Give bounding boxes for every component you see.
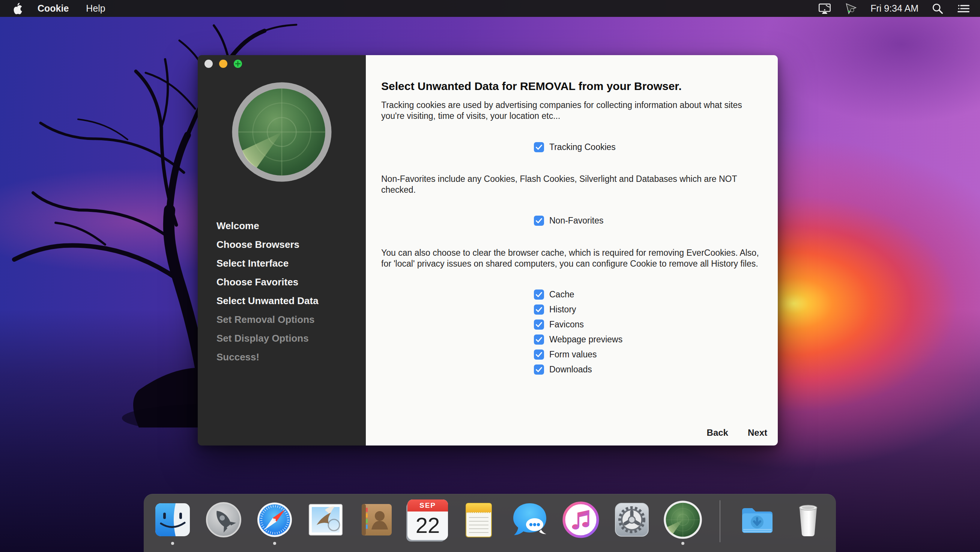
- checkbox-label: History: [549, 305, 576, 315]
- dock-item-safari[interactable]: [255, 500, 295, 545]
- check-icon: [535, 306, 543, 314]
- step-set-display-options[interactable]: Set Display Options: [216, 329, 318, 347]
- non-favorites-row: Non-Favorites: [534, 213, 603, 228]
- step-set-removal-options[interactable]: Set Removal Options: [216, 310, 318, 329]
- downloads-folder-icon: [737, 500, 777, 540]
- messages-icon: [509, 500, 550, 540]
- dock-item-contacts[interactable]: [356, 500, 397, 545]
- calendar-icon: SEP 22: [407, 500, 448, 540]
- wizard-footer: Back Next: [707, 428, 767, 438]
- step-choose-favorites[interactable]: Choose Favorites: [216, 273, 318, 291]
- close-button[interactable]: [204, 60, 213, 68]
- app-menu-title[interactable]: Cookie: [38, 3, 68, 14]
- checkbox-label: Form values: [549, 349, 597, 360]
- dock-item-finder[interactable]: [152, 500, 193, 545]
- calendar-month: SEP: [407, 500, 448, 511]
- spotlight-search-icon[interactable]: [931, 2, 944, 15]
- next-button[interactable]: Next: [748, 428, 767, 438]
- check-icon: [535, 217, 543, 225]
- system-preferences-icon: [612, 500, 652, 540]
- dock-item-itunes[interactable]: [560, 500, 601, 545]
- cookie-wizard-window: Welcome Choose Browsers Select Interface…: [198, 55, 778, 446]
- dock-item-downloads[interactable]: [737, 500, 777, 545]
- tracking-cookies-row: Tracking Cookies: [534, 140, 616, 154]
- checkbox-label: Favicons: [549, 319, 584, 330]
- display-status-icon[interactable]: [818, 2, 831, 15]
- step-welcome[interactable]: Welcome: [216, 216, 318, 235]
- checkbox-label: Non-Favorites: [549, 216, 603, 226]
- history-row: History: [534, 302, 576, 317]
- non-favorites-checkbox[interactable]: [534, 216, 544, 226]
- cache-checkbox[interactable]: [534, 290, 544, 300]
- back-button[interactable]: Back: [707, 428, 728, 438]
- downloads-row: Downloads: [534, 362, 592, 377]
- tracking-cookies-checkbox[interactable]: [534, 142, 544, 152]
- webpage-previews-row: Webpage previews: [534, 332, 622, 347]
- form-values-row: Form values: [534, 347, 597, 362]
- dock-item-launchpad[interactable]: [204, 500, 244, 545]
- launchpad-icon: [204, 500, 244, 540]
- menu-help[interactable]: Help: [86, 3, 105, 14]
- step-choose-browsers[interactable]: Choose Browsers: [216, 235, 318, 254]
- downloads-checkbox[interactable]: [534, 365, 544, 374]
- webpage-previews-checkbox[interactable]: [534, 335, 544, 345]
- page-title: Select Unwanted Data for REMOVAL from yo…: [381, 80, 682, 93]
- mail-icon: [305, 500, 346, 540]
- dock-item-notes[interactable]: [458, 500, 499, 545]
- check-icon: [535, 366, 543, 373]
- menu-clock[interactable]: Fri 9:34 AM: [870, 3, 918, 14]
- cache-description: You can also choose to clear the browser…: [381, 247, 764, 269]
- history-checkbox[interactable]: [534, 305, 544, 315]
- notification-center-icon[interactable]: [957, 2, 970, 15]
- wizard-sidebar: Welcome Choose Browsers Select Interface…: [198, 55, 366, 446]
- dock-separator: [720, 500, 721, 542]
- favicons-row: Favicons: [534, 317, 584, 332]
- check-icon: [535, 351, 543, 358]
- checkbox-label: Downloads: [549, 365, 592, 374]
- checkbox-label: Webpage previews: [549, 335, 622, 345]
- check-icon: [535, 290, 543, 298]
- dock-item-system-preferences[interactable]: [612, 500, 652, 545]
- nonfavorites-description: Non-Favorites include any Cookies, Flash…: [381, 174, 764, 195]
- check-icon: [535, 320, 543, 328]
- dock-item-mail[interactable]: [305, 500, 346, 545]
- zoom-button[interactable]: [234, 60, 242, 68]
- cookie-radar-icon: [663, 500, 703, 540]
- check-icon: [535, 336, 543, 344]
- finder-icon: [152, 500, 193, 540]
- dock: SEP 22: [144, 494, 836, 552]
- checkbox-label: Tracking Cookies: [549, 142, 616, 152]
- plus-icon: [234, 60, 242, 68]
- dock-item-cookie[interactable]: [663, 500, 703, 545]
- safari-icon: [255, 500, 295, 540]
- apple-menu[interactable]: [12, 2, 23, 15]
- window-controls: [204, 60, 242, 68]
- notes-icon: [458, 500, 499, 540]
- cursor-tracker-icon[interactable]: [844, 2, 858, 15]
- minimize-button[interactable]: [219, 60, 228, 68]
- wizard-content: Select Unwanted Data for REMOVAL from yo…: [366, 55, 778, 446]
- itunes-icon: [560, 500, 601, 540]
- step-select-interface[interactable]: Select Interface: [216, 254, 318, 273]
- step-select-unwanted-data[interactable]: Select Unwanted Data: [216, 291, 318, 310]
- apple-icon: [12, 2, 23, 15]
- dock-item-calendar[interactable]: SEP 22: [407, 500, 448, 545]
- wizard-steps: Welcome Choose Browsers Select Interface…: [216, 216, 318, 366]
- running-indicator: [681, 542, 684, 545]
- cache-row: Cache: [534, 287, 574, 302]
- menu-bar: Cookie Help Fri 9:34 AM: [0, 0, 980, 17]
- form-values-checkbox[interactable]: [534, 349, 544, 360]
- running-indicator: [171, 542, 174, 545]
- dock-item-trash[interactable]: [788, 500, 829, 545]
- contacts-icon: [356, 500, 397, 540]
- step-success[interactable]: Success!: [216, 347, 318, 366]
- tracking-description: Tracking cookies are used by advertising…: [381, 100, 764, 122]
- check-icon: [535, 143, 543, 151]
- running-indicator: [273, 542, 276, 545]
- checkbox-label: Cache: [549, 290, 574, 300]
- calendar-day: 22: [407, 511, 448, 539]
- dock-item-messages[interactable]: [509, 500, 550, 545]
- radar-logo-icon: [230, 80, 334, 184]
- favicons-checkbox[interactable]: [534, 319, 544, 330]
- trash-icon: [788, 500, 829, 540]
